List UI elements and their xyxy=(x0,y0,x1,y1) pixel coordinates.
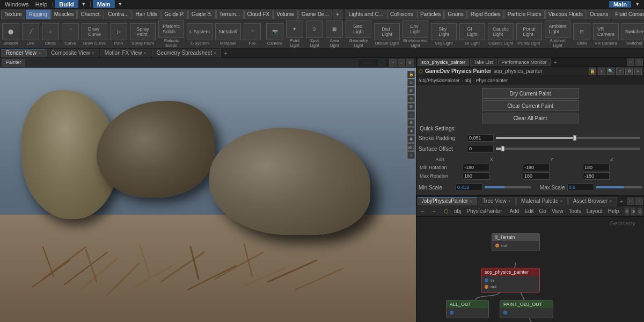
bp-tab-tree-close[interactable]: × xyxy=(508,199,511,204)
rp-icon2[interactable]: ⊡ xyxy=(635,58,643,66)
bp-go-btn[interactable]: Go xyxy=(538,208,548,214)
bp-tab-material[interactable]: Material Palette × xyxy=(516,197,568,206)
rp-tab-add[interactable]: + xyxy=(552,59,559,65)
bp-obj-icon[interactable]: ⬡ xyxy=(442,208,450,214)
max-rotation-z[interactable] xyxy=(583,172,610,180)
tab-render-view[interactable]: Render View × xyxy=(1,49,46,57)
ng-node-terrain[interactable]: li_Terrain out xyxy=(492,233,540,251)
vp-icon-1[interactable]: ↔ xyxy=(389,59,397,67)
vp-lock-btn[interactable]: 🔒 xyxy=(407,71,415,78)
portal-tool-btn[interactable]: PortalLight xyxy=(516,23,542,40)
tb-add-tab[interactable]: + xyxy=(333,10,342,19)
vp-abc-btn[interactable]: abc xyxy=(407,143,415,151)
spotlight-tool-btn[interactable]: ⊙ xyxy=(306,20,323,38)
pp-settings-icon[interactable]: ⚙ xyxy=(625,68,633,75)
distlight-tool-btn[interactable]: DistLight xyxy=(374,23,400,40)
bp-tab-asset[interactable]: Asset Browser × xyxy=(568,197,617,206)
breadcrumb-obj[interactable]: obj xyxy=(465,78,471,83)
rp-tab-sop[interactable]: sop_physics_painter xyxy=(418,58,469,66)
tb-rigging[interactable]: Rigging xyxy=(26,10,50,19)
vp-tool7[interactable]: ◊ xyxy=(407,151,415,159)
min-rotation-y[interactable] xyxy=(523,164,550,171)
min-rotation-z[interactable] xyxy=(583,164,610,171)
dry-paint-button[interactable]: Dry Current Paint xyxy=(482,88,579,99)
platonic-tool-btn[interactable]: PlatonicSolids xyxy=(158,20,184,38)
bp-obj-label[interactable]: obj xyxy=(452,208,463,214)
bp-back-btn[interactable]: ← xyxy=(419,208,427,214)
bp-tab-physicspainter[interactable]: /obj/PhysicsPainter × xyxy=(418,197,477,206)
pp-surface-offset-slider[interactable] xyxy=(496,148,640,150)
vp-tool5[interactable]: ◈ xyxy=(407,127,415,135)
path-tool-btn[interactable]: ▷ xyxy=(110,23,127,40)
vp-settings-btn[interactable]: ⚙ xyxy=(407,119,415,127)
caustic-tool-btn[interactable]: CausticLight xyxy=(488,23,514,40)
tb-guide-b[interactable]: Guide B. xyxy=(188,10,216,19)
bp-tools-btn[interactable]: Tools xyxy=(567,208,582,214)
tb-fluid[interactable]: Fluid Consol. xyxy=(612,10,644,19)
bp-help-btn[interactable]: Help xyxy=(606,208,621,214)
bp-icon2[interactable]: → xyxy=(635,197,643,205)
pp-stroke-padding-slider[interactable] xyxy=(496,137,640,139)
select-tool-btn[interactable]: ⬤ xyxy=(2,23,19,40)
pp-lock-icon[interactable]: 🔒 xyxy=(589,68,596,75)
max-rotation-x[interactable] xyxy=(463,172,489,180)
vp-icon-3[interactable]: ⊞ xyxy=(406,59,414,67)
bp-fwd-btn[interactable]: → xyxy=(429,208,438,214)
tb-rigid[interactable]: Rigid Bodies xyxy=(467,10,504,19)
max-scale-input[interactable] xyxy=(567,184,594,191)
node-graph-canvas[interactable]: Geometry li_Terrain xyxy=(416,217,644,322)
tb-guide-p[interactable]: Guide P. xyxy=(161,10,188,19)
menu-main-right[interactable]: Main xyxy=(609,1,631,8)
vp-tool1[interactable]: ⊡ xyxy=(407,79,415,86)
min-scale-slider[interactable] xyxy=(485,186,531,188)
min-rotation-x[interactable] xyxy=(463,164,489,171)
rp-icon1[interactable]: ↔ xyxy=(627,58,634,66)
tb-particles[interactable]: Particles xyxy=(417,10,444,19)
bp-edit-btn[interactable]: Edit xyxy=(523,208,535,214)
menu-dropdown-arrow[interactable]: ▾ xyxy=(79,0,88,8)
menu-build[interactable]: Build xyxy=(55,0,78,8)
tab-composite-view[interactable]: Composite View × xyxy=(46,49,99,57)
pp-stroke-padding-handle[interactable] xyxy=(573,135,576,141)
tb-collisions[interactable]: Collisions xyxy=(387,10,416,19)
metaball-tool-btn[interactable]: Metaball xyxy=(215,23,241,40)
pp-surface-offset-input[interactable] xyxy=(467,145,494,152)
ng-node-allout[interactable]: ALL_OUT xyxy=(446,300,489,318)
menu-main-dropdown[interactable]: ▾ xyxy=(116,0,125,8)
filo-tool-btn[interactable]: ⌗ xyxy=(244,23,261,40)
tb-viscous[interactable]: Viscous Fluids xyxy=(545,10,586,19)
menu-windows[interactable]: Windows xyxy=(2,0,32,8)
pointlight-tool-btn[interactable]: ✦ xyxy=(286,20,303,38)
tab-geo-spreadsheet-close[interactable]: × xyxy=(214,50,216,56)
pp-search-icon[interactable]: 🔍 xyxy=(607,68,614,75)
vp-tool3[interactable]: ◎ xyxy=(407,95,415,103)
bp-icon-lines[interactable]: ☰ xyxy=(638,208,642,215)
tb-oceans[interactable]: Oceans xyxy=(587,10,611,19)
vp-tool2[interactable]: ⊞ xyxy=(407,87,415,94)
tb-cloud[interactable]: Cloud FX xyxy=(244,10,273,19)
menu-help[interactable]: Help xyxy=(33,0,50,8)
bp-icon1[interactable]: ← xyxy=(627,197,634,205)
bp-tab-add[interactable]: + xyxy=(618,198,625,204)
drawcurve-tool-btn[interactable]: DrawCurve xyxy=(82,23,107,40)
tab-add[interactable]: + xyxy=(222,50,229,56)
lsystem-tool-btn[interactable]: L-System xyxy=(187,23,213,40)
tb-charnct[interactable]: Charnct. xyxy=(77,10,104,19)
tb-texture[interactable]: Texture xyxy=(1,10,25,19)
bp-tab-tree[interactable]: Tree View × xyxy=(478,197,516,206)
tab-composite-view-close[interactable]: × xyxy=(91,50,94,56)
curve-tool-btn[interactable]: ⌒ xyxy=(62,23,79,40)
min-scale-input[interactable] xyxy=(456,184,482,191)
rp-tab-take-list[interactable]: Take List xyxy=(470,58,497,66)
vp-tool4[interactable]: ⊟ xyxy=(407,103,415,111)
vp-icon-2[interactable]: ↕ xyxy=(398,59,405,67)
pp-stroke-padding-input[interactable] xyxy=(467,134,494,142)
tb-game[interactable]: Game De... xyxy=(298,10,332,19)
ng-node-painter[interactable]: sop_physics_painter in out xyxy=(481,268,540,292)
rp-tab-perf[interactable]: Performance Monitor xyxy=(498,58,551,66)
pp-info-icon[interactable]: i xyxy=(598,68,605,75)
breadcrumb-painter[interactable]: PhysicsPainter xyxy=(476,78,508,83)
bp-icon-grid[interactable]: ⊞ xyxy=(625,208,629,215)
tb-terrain[interactable]: Terrain... xyxy=(216,10,244,19)
tb-muscles[interactable]: Muscles xyxy=(51,10,77,19)
